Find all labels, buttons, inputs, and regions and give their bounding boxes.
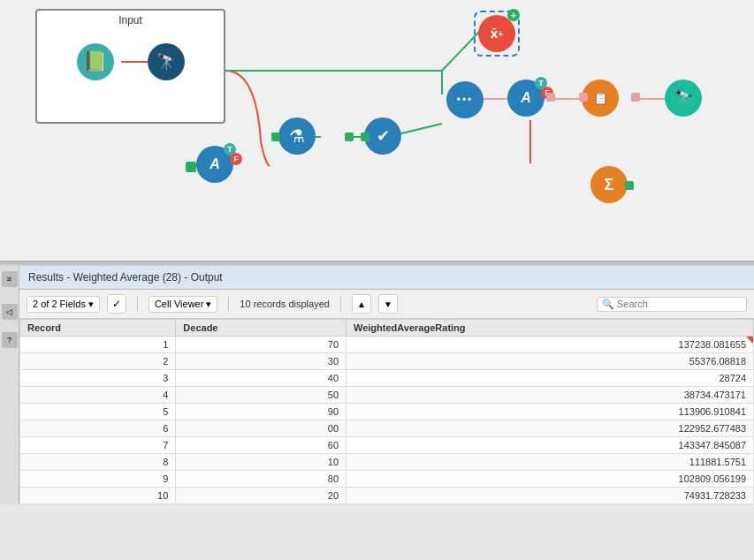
viewer-label: Cell Viewer [155, 299, 203, 309]
book-node[interactable]: 📗 [77, 43, 114, 80]
cell-rating: 102809.056199 [347, 471, 754, 488]
cell-rating: 28724 [347, 370, 754, 387]
col-header-decade: Decade [176, 320, 347, 337]
table-row: 600122952.677483 [20, 420, 754, 437]
search-input[interactable] [617, 299, 741, 309]
cell-record: 1 [20, 337, 176, 353]
table-row: 45038734.473171 [20, 387, 754, 404]
table-row: 810111881.5751 [20, 454, 754, 471]
separator2 [228, 296, 229, 312]
table-row: 590113906.910841 [20, 404, 754, 420]
cell-record: 2 [20, 353, 176, 370]
cell-rating: 74931.728233 [347, 488, 754, 504]
connector-left [186, 162, 196, 172]
cell-decade: 10 [176, 454, 347, 471]
sidebar-help-btn[interactable]: ? [2, 332, 18, 348]
table-row: 102074931.728233 [20, 488, 754, 504]
viewer-dropdown-arrow: ▾ [206, 299, 211, 310]
cell-decade: 70 [176, 337, 347, 353]
connector-mid1 [361, 132, 369, 141]
search-icon: 🔍 [602, 299, 614, 310]
binoculars-node-right[interactable]: 🔭 [665, 79, 702, 117]
cell-decade: 60 [176, 437, 347, 454]
cell-corner-indicator [746, 337, 753, 344]
separator3 [340, 296, 341, 312]
cell-rating: 113906.910841 [347, 404, 754, 420]
checkmark-btn[interactable]: ✓ [107, 294, 126, 314]
cell-decade: 50 [176, 387, 347, 404]
input-box: Input 📗 🔭 [35, 9, 225, 124]
workflow-canvas: Input 📗 🔭 A T F ⚗ ✔ [0, 0, 754, 261]
cell-rating: 55376.08818 [347, 353, 754, 370]
table-row: 170137238.081655 [20, 337, 754, 353]
separator1 [137, 296, 138, 312]
cell-decade: 90 [176, 404, 347, 420]
connector-check [345, 132, 354, 141]
connector-mid3 [579, 93, 588, 102]
annotate-node-left[interactable]: A T F [196, 146, 233, 183]
cell-record: 8 [20, 454, 176, 471]
cell-record: 7 [20, 437, 176, 454]
check-node[interactable]: ✔ [364, 117, 401, 155]
results-title: Results - Weighted Average (28) - Output [28, 271, 223, 284]
table-row: 23055376.08818 [20, 353, 754, 370]
cell-rating: 143347.845087 [347, 437, 754, 454]
cell-record: 5 [20, 404, 176, 420]
fields-dropdown-arrow: ▾ [88, 299, 94, 310]
sigma-node[interactable]: Σ [590, 166, 628, 203]
cell-rating: 38734.473171 [347, 387, 754, 404]
input-label: Input [37, 11, 224, 30]
connector-sigma [625, 181, 634, 190]
binoculars-node[interactable]: 🔭 [148, 43, 185, 80]
cell-rating: 111881.5751 [347, 454, 754, 471]
annotate-node-right[interactable]: A T F [507, 79, 545, 117]
records-count: 10 records displayed [240, 299, 330, 309]
cell-record: 9 [20, 471, 176, 488]
cell-decade: 00 [176, 420, 347, 437]
sidebar-menu-btn[interactable]: ≡ [2, 271, 18, 287]
connector-mid2 [546, 93, 555, 102]
table-header-row: Record Decade WeightedAverageRating [20, 320, 754, 337]
left-sidebar: ≡ ◁ ? [0, 266, 19, 504]
table-body: 170137238.08165523055376.088183402872445… [20, 337, 754, 504]
results-toolbar: 2 of 2 Fields ▾ ✓ Cell Viewer ▾ 10 recor… [19, 290, 754, 319]
results-header: Results - Weighted Average (28) - Output [19, 266, 754, 290]
filter-node[interactable]: ⚗ [278, 117, 316, 155]
cell-decade: 80 [176, 471, 347, 488]
data-table: Record Decade WeightedAverageRating 1701… [19, 319, 754, 504]
prev-nav-btn[interactable]: ▲ [352, 294, 371, 314]
connector-filter [271, 132, 280, 141]
viewer-dropdown-btn[interactable]: Cell Viewer ▾ [149, 296, 217, 313]
cell-record: 4 [20, 387, 176, 404]
next-nav-btn[interactable]: ▼ [378, 294, 398, 314]
connector-mid4 [631, 93, 640, 102]
col-header-record: Record [20, 320, 176, 337]
formula-x-node[interactable]: x̄+ + [474, 11, 520, 57]
cell-record: 10 [20, 488, 176, 504]
cell-decade: 30 [176, 353, 347, 370]
results-panel: ≡ ◁ ? Results - Weighted Average (28) - … [0, 264, 754, 504]
cell-rating: 137238.081655 [347, 337, 754, 353]
three-dot-node[interactable]: ••• [446, 81, 484, 118]
cell-rating: 122952.677483 [347, 420, 754, 437]
search-box: 🔍 [597, 297, 747, 312]
table-row: 34028724 [20, 370, 754, 387]
col-header-rating: WeightedAverageRating [347, 320, 754, 337]
table-row: 980102809.056199 [20, 471, 754, 488]
fields-label: 2 of 2 Fields [33, 299, 86, 309]
sidebar-back-btn[interactable]: ◁ [2, 304, 18, 320]
cell-record: 6 [20, 420, 176, 437]
table-row: 760143347.845087 [20, 437, 754, 454]
cell-record: 3 [20, 370, 176, 387]
cell-decade: 20 [176, 488, 347, 504]
fields-dropdown-btn[interactable]: 2 of 2 Fields ▾ [27, 296, 100, 313]
cell-decade: 40 [176, 370, 347, 387]
table-container: Record Decade WeightedAverageRating 1701… [19, 319, 754, 504]
results-content: Results - Weighted Average (28) - Output… [19, 266, 754, 504]
